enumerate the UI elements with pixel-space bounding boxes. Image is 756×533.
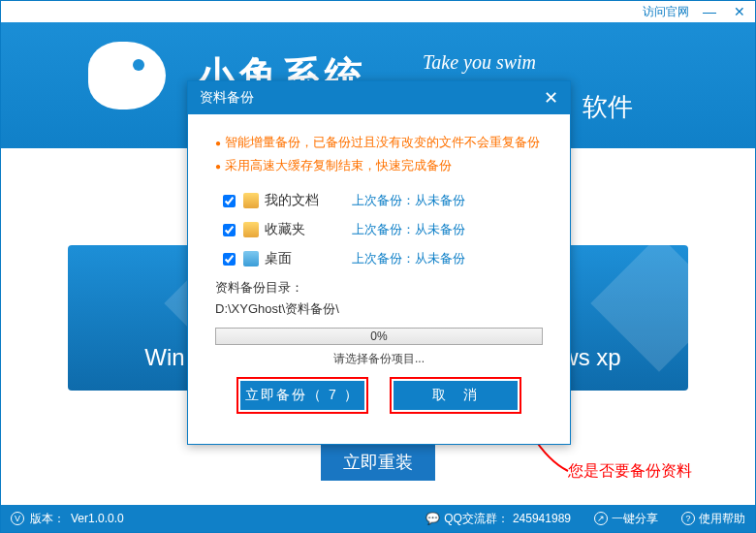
documents-icon (243, 193, 259, 208)
version-value: Ver1.0.0.0 (71, 512, 124, 525)
titlebar: 访问官网 — ✕ (1, 1, 755, 22)
sub-brand: 软件 (583, 90, 633, 124)
item-last-backup: 上次备份：从未备份 (352, 250, 465, 267)
checkbox-documents[interactable] (223, 195, 236, 207)
fish-logo-icon (88, 42, 166, 110)
backup-item-documents: 我的文档 上次备份：从未备份 (223, 192, 543, 209)
bullet-2: 采用高速大缓存复制结束，快速完成备份 (215, 157, 543, 174)
annotation-text: 您是否要备份资料 (568, 461, 692, 482)
share-icon: ↗ (594, 512, 608, 525)
version-icon: V (11, 512, 24, 525)
item-label: 收藏夹 (265, 221, 352, 238)
desktop-icon (243, 251, 259, 266)
backup-item-favorites: 收藏夹 上次备份：从未备份 (223, 221, 543, 238)
dialog-close-icon[interactable]: ✕ (544, 87, 558, 109)
item-last-backup: 上次备份：从未备份 (352, 221, 465, 238)
slogan-text: Take you swim (423, 51, 536, 74)
help-button[interactable]: ? 使用帮助 (681, 511, 745, 527)
favorites-icon (243, 222, 259, 237)
help-icon: ? (681, 512, 695, 525)
minimize-button[interactable]: — (699, 4, 720, 19)
checkbox-desktop[interactable] (223, 253, 236, 266)
bullet-1: 智能增量备份，已备份过且没有改变的文件不会重复备份 (215, 134, 543, 151)
reinstall-button[interactable]: 立即重装 (321, 444, 435, 481)
backup-path-label: 资料备份目录： (215, 279, 543, 297)
cancel-button[interactable]: 取 消 (394, 381, 518, 410)
backup-now-button[interactable]: 立即备份（ 7 ） (240, 381, 364, 410)
dialog-title: 资料备份 (200, 89, 254, 107)
backup-item-desktop: 桌面 上次备份：从未备份 (223, 250, 543, 267)
version-label: 版本： (30, 511, 65, 527)
item-label: 桌面 (265, 250, 352, 267)
item-last-backup: 上次备份：从未备份 (352, 192, 465, 209)
statusbar: V 版本： Ver1.0.0.0 💬 QQ交流群：245941989 ↗ 一键分… (1, 505, 755, 532)
backup-path: D:\XYGhost\资料备份\ (215, 300, 543, 318)
progress-bar: 0% (215, 328, 543, 345)
qq-group[interactable]: 💬 QQ交流群：245941989 (425, 511, 571, 527)
backup-dialog: 资料备份 ✕ 智能增量备份，已备份过且没有改变的文件不会重复备份 采用高速大缓存… (187, 80, 571, 445)
checkbox-favorites[interactable] (223, 224, 236, 236)
official-site-link[interactable]: 访问官网 (643, 4, 689, 20)
close-button[interactable]: ✕ (730, 4, 749, 19)
chat-icon: 💬 (425, 512, 440, 525)
progress-hint: 请选择备份项目... (215, 351, 543, 367)
item-label: 我的文档 (265, 192, 352, 209)
share-button[interactable]: ↗ 一键分享 (594, 511, 658, 527)
